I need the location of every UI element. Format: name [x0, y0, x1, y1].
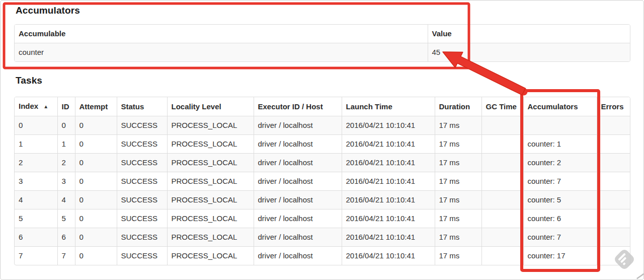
table-cell: 5: [57, 209, 75, 228]
table-cell: counter: 6: [523, 209, 597, 228]
table-cell: 17 ms: [435, 247, 481, 265]
table-cell: [481, 154, 523, 172]
table-cell: [597, 116, 630, 135]
table-row: 220SUCCESSPROCESS_LOCALdriver / localhos…: [15, 154, 630, 172]
table-cell: driver / localhost: [254, 191, 342, 209]
accumulators-section-heading: Accumulators: [16, 5, 80, 16]
table-cell: 2: [57, 154, 75, 172]
table-cell: 2016/04/21 10:10:41: [342, 172, 435, 191]
table-cell: 2016/04/21 10:10:41: [342, 116, 435, 135]
table-cell: [481, 191, 523, 209]
table-cell: 1: [15, 135, 57, 154]
table-cell: [481, 247, 523, 265]
column-header-status[interactable]: Status: [117, 97, 167, 116]
table-row: 330SUCCESSPROCESS_LOCALdriver / localhos…: [15, 172, 630, 191]
table-cell: SUCCESS: [117, 228, 167, 247]
table-cell: 2016/04/21 10:10:41: [342, 228, 435, 247]
sort-ascending-icon: ▲: [43, 104, 48, 109]
table-cell: driver / localhost: [254, 247, 342, 265]
table-cell: [481, 116, 523, 135]
column-header-executor[interactable]: Executor ID / Host: [254, 97, 342, 116]
table-cell: 0: [57, 116, 75, 135]
table-cell: 2016/04/21 10:10:41: [342, 247, 435, 265]
table-row: 770SUCCESSPROCESS_LOCALdriver / localhos…: [15, 247, 630, 265]
table-cell: 0: [75, 135, 117, 154]
table-cell: 4: [57, 191, 75, 209]
table-cell: 0: [15, 116, 57, 135]
table-cell: counter: 17: [523, 247, 597, 265]
table-cell: 17 ms: [435, 154, 481, 172]
table-cell: [597, 172, 630, 191]
table-header-row: Accumulable Value: [15, 25, 630, 43]
table-cell: 7: [57, 247, 75, 265]
column-header-attempt[interactable]: Attempt: [75, 97, 117, 116]
table-cell: SUCCESS: [117, 154, 167, 172]
table-cell: driver / localhost: [254, 116, 342, 135]
table-cell: [481, 172, 523, 191]
table-cell: [597, 228, 630, 247]
table-cell: 6: [15, 228, 57, 247]
column-header-index[interactable]: Index▲: [15, 97, 57, 116]
table-cell: 3: [57, 172, 75, 191]
column-header-accumulators[interactable]: Accumulators: [523, 97, 597, 116]
table-cell: [597, 135, 630, 154]
table-cell: 0: [75, 209, 117, 228]
column-header-accumulable: Accumulable: [15, 25, 428, 43]
table-cell: counter: [15, 43, 428, 62]
tasks-section-heading: Tasks: [16, 75, 42, 86]
spark-ui-stage-page: Accumulators Accumulable Value counter45…: [0, 0, 644, 280]
table-cell: PROCESS_LOCAL: [167, 172, 254, 191]
table-cell: [481, 228, 523, 247]
table-cell: driver / localhost: [254, 209, 342, 228]
table-cell: 17 ms: [435, 191, 481, 209]
table-cell: 4: [15, 191, 57, 209]
table-cell: PROCESS_LOCAL: [167, 154, 254, 172]
table-row: 000SUCCESSPROCESS_LOCALdriver / localhos…: [15, 116, 630, 135]
table-row: 110SUCCESSPROCESS_LOCALdriver / localhos…: [15, 135, 630, 154]
table-header-row: Index▲ ID Attempt Status Locality Level …: [15, 97, 630, 116]
table-cell: 0: [75, 247, 117, 265]
table-cell: PROCESS_LOCAL: [167, 247, 254, 265]
column-header-value: Value: [428, 25, 630, 43]
column-header-id[interactable]: ID: [57, 97, 75, 116]
table-cell: [523, 116, 597, 135]
table-cell: counter: 1: [523, 135, 597, 154]
column-header-locality[interactable]: Locality Level: [167, 97, 254, 116]
table-cell: [597, 247, 630, 265]
table-cell: 3: [15, 172, 57, 191]
table-cell: 2: [15, 154, 57, 172]
table-cell: 17 ms: [435, 228, 481, 247]
table-cell: driver / localhost: [254, 172, 342, 191]
table-cell: 2016/04/21 10:10:41: [342, 154, 435, 172]
column-header-errors[interactable]: Errors: [597, 97, 630, 116]
table-cell: 0: [75, 154, 117, 172]
table-cell: 17 ms: [435, 172, 481, 191]
column-header-gc-time[interactable]: GC Time: [481, 97, 523, 116]
column-header-index-label: Index: [19, 102, 38, 110]
table-cell: SUCCESS: [117, 135, 167, 154]
accumulators-table: Accumulable Value counter45: [14, 24, 630, 62]
table-cell: driver / localhost: [254, 135, 342, 154]
table-cell: driver / localhost: [254, 228, 342, 247]
table-cell: counter: 5: [523, 191, 597, 209]
table-cell: counter: 2: [523, 154, 597, 172]
table-cell: counter: 7: [523, 172, 597, 191]
table-cell: 6: [57, 228, 75, 247]
table-cell: 0: [75, 228, 117, 247]
table-cell: [597, 209, 630, 228]
table-cell: 1: [57, 135, 75, 154]
table-cell: 2016/04/21 10:10:41: [342, 135, 435, 154]
column-header-duration[interactable]: Duration: [435, 97, 481, 116]
table-cell: SUCCESS: [117, 116, 167, 135]
table-row: 440SUCCESSPROCESS_LOCALdriver / localhos…: [15, 191, 630, 209]
column-header-launch-time[interactable]: Launch Time: [342, 97, 435, 116]
table-cell: 17 ms: [435, 209, 481, 228]
corner-mark: [636, 272, 644, 279]
table-cell: SUCCESS: [117, 247, 167, 265]
table-cell: 17 ms: [435, 135, 481, 154]
table-cell: PROCESS_LOCAL: [167, 116, 254, 135]
table-cell: PROCESS_LOCAL: [167, 135, 254, 154]
table-cell: 5: [15, 209, 57, 228]
tasks-table: Index▲ ID Attempt Status Locality Level …: [14, 97, 630, 265]
table-row: 660SUCCESSPROCESS_LOCALdriver / localhos…: [15, 228, 630, 247]
